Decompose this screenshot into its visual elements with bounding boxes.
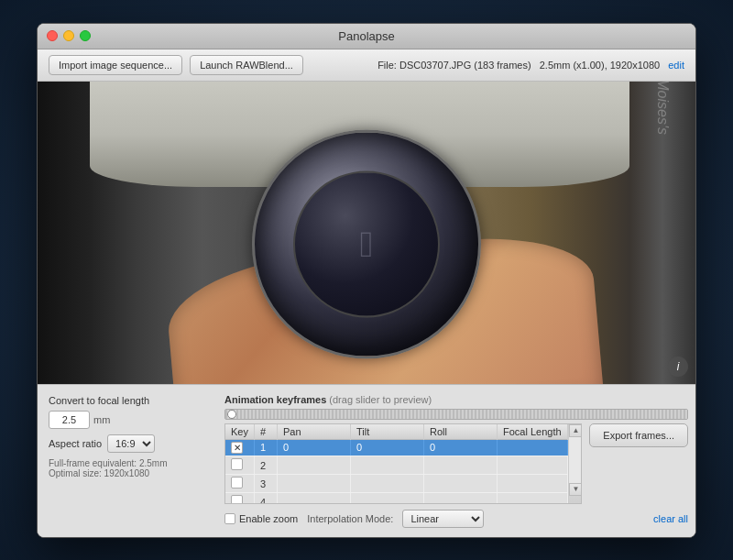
window-title: Panolapse (338, 29, 394, 43)
row4-pan (277, 493, 350, 503)
key-checkbox-3[interactable] (231, 477, 243, 489)
row3-roll (423, 475, 497, 493)
preview-area:  Moises's i (38, 82, 695, 384)
file-spec: 2.5mm (x1.00), 1920x1080 (540, 60, 660, 71)
size-info: Full-frame equivalent: 2.5mm Optimal siz… (49, 458, 210, 478)
import-button[interactable]: Import image sequence... (49, 55, 182, 75)
focal-input[interactable] (49, 411, 90, 429)
keyframes-table: Key # Pan Tilt Roll Focal Length (225, 424, 568, 503)
aspect-group: Aspect ratio 16:9 4:3 3:2 1:1 (49, 434, 210, 453)
scroll-up-button[interactable]: ▲ (569, 424, 582, 437)
row2-num: 2 (254, 456, 277, 475)
enable-zoom-checkbox[interactable] (224, 513, 235, 524)
row2-roll (423, 456, 497, 475)
table-row[interactable]: ✕ 1 0 0 0 (225, 439, 568, 456)
table-wrap: Key # Pan Tilt Roll Focal Length (224, 423, 582, 504)
col-num: # (254, 424, 277, 440)
preview-canvas:  Moises's (38, 82, 695, 384)
row3-tilt (350, 475, 423, 493)
interp-mode-label: Interpolation Mode: (307, 513, 393, 524)
key-checkbox-4[interactable] (231, 495, 243, 503)
file-name: File: DSC03707.JPG (183 frames) (377, 60, 531, 71)
row1-num: 1 (254, 439, 277, 456)
focal-input-wrap: mm (49, 411, 210, 429)
keyframes-title: Animation keyframes (224, 394, 326, 405)
row4-roll (423, 493, 497, 503)
col-key: Key (225, 424, 254, 440)
slider-fill (225, 410, 687, 419)
row2-pan (277, 456, 350, 475)
aspect-row: Aspect ratio 16:9 4:3 3:2 1:1 (49, 434, 210, 453)
col-roll: Roll (423, 424, 497, 440)
bottom-panel: Convert to focal length mm Aspect ratio … (38, 384, 695, 537)
keyframes-header: Animation keyframes (drag slider to prev… (224, 394, 688, 405)
keyframe-slider-track[interactable] (224, 409, 688, 420)
row1-key: ✕ (225, 439, 254, 456)
table-row[interactable]: 2 (225, 456, 568, 475)
keyframes-panel: Animation keyframes (drag slider to prev… (221, 385, 695, 537)
col-tilt: Tilt (350, 424, 423, 440)
table-scroll-inner: Key # Pan Tilt Roll Focal Length (225, 424, 568, 503)
edit-link[interactable]: edit (668, 60, 684, 71)
window-controls (47, 30, 91, 41)
row4-num: 4 (254, 493, 277, 503)
key-checkbox-2[interactable] (231, 458, 243, 470)
scroll-down-button[interactable]: ▼ (569, 483, 582, 496)
toolbar: Import image sequence... Launch RAWBlend… (38, 49, 695, 82)
focal-unit: mm (93, 414, 110, 425)
row4-tilt (350, 493, 423, 503)
slider-thumb[interactable] (227, 410, 236, 419)
focal-label: Convert to focal length (49, 394, 149, 407)
lens-circle:  (252, 129, 481, 358)
lens-inner:  (293, 170, 440, 317)
focal-label-row: Convert to focal length (49, 394, 210, 407)
apple-logo-icon:  (360, 224, 374, 265)
table-export-row: Key # Pan Tilt Roll Focal Length (224, 423, 688, 504)
row1-focal (497, 439, 567, 456)
clear-all-link[interactable]: clear all (653, 513, 688, 524)
row3-num: 3 (254, 475, 277, 493)
row4-focal (497, 493, 567, 503)
table-header-row: Key # Pan Tilt Roll Focal Length (225, 424, 568, 440)
table-scrollbar: ▲ ▼ (568, 424, 581, 503)
checkbox-x: ✕ (234, 444, 241, 453)
bottom-controls: Enable zoom Interpolation Mode: Linear E… (224, 510, 688, 528)
aspect-label: Aspect ratio (49, 438, 102, 449)
enable-zoom-wrap: Enable zoom (224, 513, 298, 524)
col-focal: Focal Length (497, 424, 567, 440)
table-row[interactable]: 3 (225, 475, 568, 493)
row2-focal (497, 456, 567, 475)
info-button[interactable]: i (668, 357, 688, 377)
table-row[interactable]: 4 (225, 493, 568, 503)
row3-key (225, 475, 254, 493)
scroll-track (569, 437, 581, 483)
row2-tilt (350, 456, 423, 475)
enable-zoom-label: Enable zoom (239, 513, 298, 524)
row4-key (225, 493, 254, 503)
file-info: File: DSC03707.JPG (183 frames) 2.5mm (x… (377, 60, 684, 71)
aspect-select[interactable]: 16:9 4:3 3:2 1:1 (107, 434, 155, 453)
interpolation-select[interactable]: Linear Ease In Ease Out Ease In/Out (402, 510, 484, 528)
keyframes-subtitle: (drag slider to preview) (329, 394, 432, 405)
col-pan: Pan (277, 424, 350, 440)
titlebar: Panolapse (38, 24, 695, 49)
row3-focal (497, 475, 567, 493)
launch-rawblend-button[interactable]: Launch RAWBlend... (190, 55, 303, 75)
left-controls: Convert to focal length mm Aspect ratio … (38, 385, 221, 537)
close-button[interactable] (47, 30, 58, 41)
row1-roll: 0 (423, 439, 497, 456)
size-line2: Optimal size: 1920x1080 (49, 468, 210, 478)
minimize-button[interactable] (63, 30, 74, 41)
main-window: Panolapse Import image sequence... Launc… (37, 23, 696, 538)
row1-pan: 0 (277, 439, 350, 456)
key-checkbox-1[interactable]: ✕ (231, 442, 243, 454)
maximize-button[interactable] (80, 30, 91, 41)
size-line1: Full-frame equivalent: 2.5mm (49, 458, 210, 468)
row3-pan (277, 475, 350, 493)
watermark-text: Moises's (654, 82, 671, 136)
row1-tilt: 0 (350, 439, 423, 456)
export-button[interactable]: Export frames... (589, 423, 688, 447)
focal-group: Convert to focal length mm (49, 394, 210, 429)
row2-key (225, 456, 254, 475)
